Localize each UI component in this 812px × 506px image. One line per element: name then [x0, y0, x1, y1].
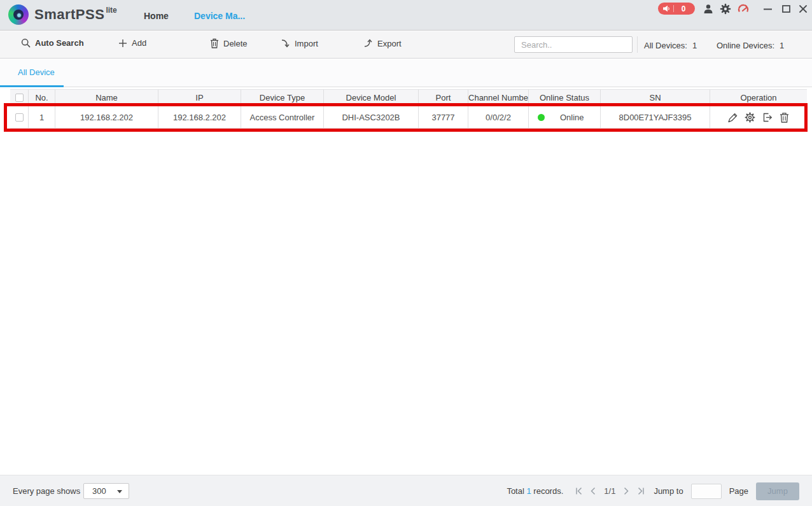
total-records-text: Total 1 records.: [507, 486, 563, 496]
user-icon[interactable]: [703, 3, 714, 15]
cell-name: 192.168.2.202: [55, 106, 158, 128]
online-devices-value: 1: [780, 41, 784, 50]
app-badge-lite: lite: [106, 6, 116, 15]
header-device-type[interactable]: Device Type: [241, 90, 323, 106]
delete-trash-icon[interactable]: [778, 111, 790, 123]
device-table: No. Name IP Device Type Device Model Por…: [10, 89, 807, 129]
online-devices-count: Online Devices:1: [717, 41, 784, 50]
speaker-icon: [662, 5, 670, 12]
table-row[interactable]: 1 192.168.2.202 192.168.2.202 Access Con…: [10, 106, 807, 129]
online-status-dot: [538, 114, 545, 121]
first-page-icon[interactable]: [572, 485, 586, 498]
config-gear-icon[interactable]: [744, 111, 756, 123]
table-header-row: No. Name IP Device Type Device Model Por…: [10, 89, 807, 106]
jump-button[interactable]: Jump: [756, 482, 799, 500]
cell-channel-number: 0/0/2/2: [468, 106, 528, 128]
cell-ip: 192.168.2.202: [158, 106, 241, 128]
header-port[interactable]: Port: [418, 90, 468, 106]
edit-pencil-icon[interactable]: [727, 111, 739, 123]
total-records-count: 1: [526, 486, 531, 496]
export-button[interactable]: Export: [363, 38, 402, 48]
delete-label: Delete: [223, 39, 248, 48]
last-page-icon[interactable]: [633, 485, 647, 498]
header-device-model[interactable]: Device Model: [323, 90, 418, 106]
jump-page-input[interactable]: [691, 484, 722, 499]
close-button[interactable]: [797, 3, 809, 15]
page-size-value: 300: [92, 486, 106, 496]
import-button[interactable]: Import: [280, 38, 318, 48]
every-page-shows-label: Every page shows: [13, 486, 80, 496]
toolbar: Auto Search Add Delete Import Export: [0, 31, 812, 59]
header-no[interactable]: No.: [28, 90, 55, 106]
auto-search-label: Auto Search: [35, 38, 84, 48]
view-tabstrip: All Device: [0, 59, 812, 87]
app-name: SmartPSS: [34, 6, 104, 23]
search-input[interactable]: [521, 40, 633, 50]
smartpss-logo-icon: [8, 4, 29, 25]
tab-device-manager[interactable]: Device Ma...: [194, 11, 245, 21]
search-box: [514, 36, 633, 53]
all-devices-count: All Devices:1: [644, 41, 697, 50]
header-ip[interactable]: IP: [158, 90, 241, 106]
toolbar-divider: [637, 36, 638, 53]
header-name[interactable]: Name: [55, 90, 158, 106]
jump-to-label: Jump to: [654, 486, 683, 496]
tab-home[interactable]: Home: [144, 11, 169, 21]
header-sn[interactable]: SN: [600, 90, 710, 106]
cell-port: 37777: [418, 106, 468, 128]
minimize-button[interactable]: [761, 3, 774, 15]
prev-page-icon[interactable]: [586, 485, 600, 498]
page-size-select[interactable]: 300: [83, 483, 129, 499]
app-logo: SmartPSS lite: [8, 4, 117, 25]
row-checkbox-cell: [10, 106, 28, 128]
plus-icon: [118, 39, 127, 48]
delete-button[interactable]: Delete: [210, 38, 248, 48]
gauge-icon[interactable]: [738, 3, 749, 15]
select-all-checkbox[interactable]: [15, 94, 24, 102]
header-online-status[interactable]: Online Status: [528, 90, 600, 106]
notification-pill[interactable]: 0: [658, 3, 695, 15]
page-label: Page: [729, 486, 748, 496]
pagination-bar: Every page shows 300 Total 1 records. 1/…: [0, 475, 812, 506]
tab-all-device[interactable]: All Device: [18, 67, 55, 77]
add-label: Add: [132, 38, 146, 48]
add-button[interactable]: Add: [118, 38, 146, 48]
search-icon: [21, 38, 31, 48]
import-arrow-icon: [280, 38, 290, 48]
header-channel-number[interactable]: Channel Numbe: [468, 90, 528, 106]
tab-all-device-underline: [0, 85, 64, 87]
cell-sn: 8D00E71YAJF3395: [600, 106, 710, 128]
next-page-icon[interactable]: [619, 485, 633, 498]
export-label: Export: [377, 39, 402, 48]
gear-icon[interactable]: [720, 3, 731, 15]
maximize-button[interactable]: [780, 3, 792, 15]
notification-count: 0: [674, 4, 695, 13]
header-checkbox-cell: [10, 90, 28, 106]
all-devices-value: 1: [692, 41, 697, 50]
cell-device-model: DHI-ASC3202B: [323, 106, 418, 128]
titlebar: SmartPSS lite Home Device Ma... 0: [0, 0, 812, 31]
cell-operation: [710, 106, 807, 128]
pager: Total 1 records. 1/1 Jump: [507, 482, 799, 500]
cell-device-type: Access Controller: [241, 106, 323, 128]
online-status-label: Online: [560, 113, 584, 122]
cell-no: 1: [28, 106, 55, 128]
page-indicator: 1/1: [604, 486, 615, 496]
export-arrow-icon: [363, 38, 373, 48]
header-operation[interactable]: Operation: [710, 90, 807, 106]
import-label: Import: [295, 39, 318, 48]
row-checkbox[interactable]: [15, 113, 24, 122]
trash-icon: [210, 38, 219, 48]
chevron-down-icon: [117, 490, 122, 493]
logout-icon[interactable]: [761, 111, 773, 123]
auto-search-button[interactable]: Auto Search: [21, 38, 84, 48]
cell-online-status: Online: [528, 106, 600, 128]
